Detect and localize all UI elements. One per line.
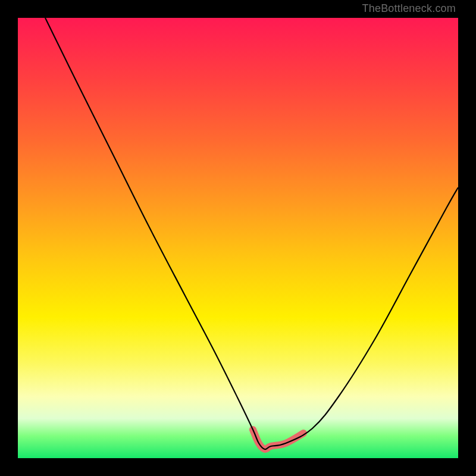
watermark-label: TheBottleneck.com [362,2,456,15]
chart-svg [18,18,458,458]
plot-area [18,18,458,458]
black-curve [45,18,458,449]
chart-frame: TheBottleneck.com [0,0,476,476]
